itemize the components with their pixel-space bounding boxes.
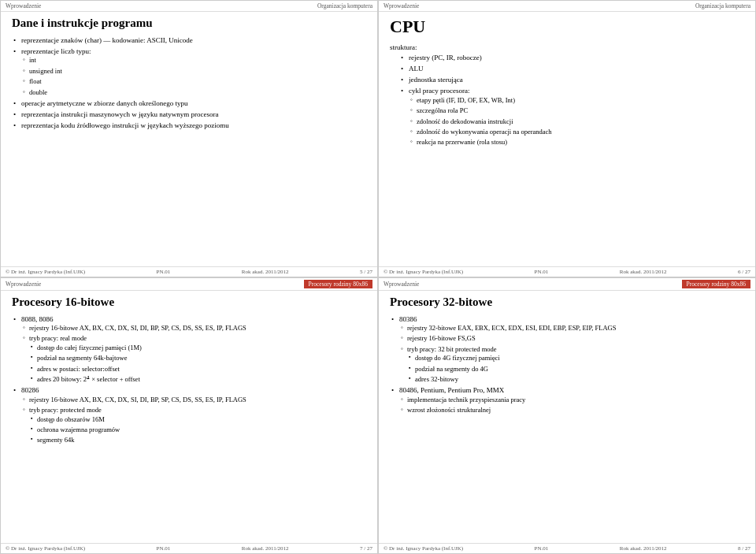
list-item: double <box>21 88 366 97</box>
list-item: 8088, 8086 rejestry 16-bitowe AX, BX, CX… <box>12 314 366 385</box>
footer-center: PN.01 <box>157 545 171 552</box>
list-item: operacje arytmetyczne w zbiorze danych o… <box>12 99 366 108</box>
list-item: implementacja technik przyspieszania pra… <box>399 396 744 404</box>
list-item: etapy pętli (IF, ID, OF, EX, WB, Int) <box>409 96 744 105</box>
slide-1-body: Dane i instrukcje programu reprezentacje… <box>1 12 377 266</box>
footer-centerright: Rok akad. 2011/2012 <box>620 545 667 552</box>
footer-left: © Dr inż. Ignacy Pardyka (Inf.UJK) <box>384 269 463 275</box>
list-item: podział na segmenty 64k-bajtowe <box>29 354 366 363</box>
struktura-label: struktura: <box>390 43 744 51</box>
slide-3-title: Procesory 16-bitowe <box>12 296 366 309</box>
slide-2-header-right: Organizacja komputera <box>695 2 750 9</box>
list-item: rejestry 16-bitowe FS,GS <box>399 334 744 343</box>
list-item: ALU <box>399 64 744 73</box>
footer-center: PN.01 <box>535 269 549 275</box>
slide-4-list: 80386 rejestry 32-bitowe EAX, EBX, ECX, … <box>390 314 744 415</box>
list-item: unsigned int <box>21 67 366 76</box>
list-item: 80386 rejestry 32-bitowe EAX, EBX, ECX, … <box>390 314 744 385</box>
list-item: rejestry 16-bitowe AX, BX, CX, DX, SI, D… <box>21 396 366 404</box>
list-item: ochrona wzajemna programów <box>29 426 366 434</box>
slide-4-header-left: Wprowadzenie <box>384 281 419 288</box>
list-item: cykl pracy procesora: etapy pętli (IF, I… <box>399 86 744 147</box>
slide-grid: Wprowadzenie Organizacja komputera Dane … <box>0 0 756 554</box>
footer-right: 7 / 27 <box>360 545 372 552</box>
footer-centerright: Rok akad. 2011/2012 <box>242 269 289 275</box>
slide-3-header-left: Wprowadzenie <box>6 281 41 288</box>
slide-4-body: Procesory 32-bitowe 80386 rejestry 32-bi… <box>379 291 755 544</box>
list-item: tryb pracy: protected mode dostęp do obs… <box>21 406 366 445</box>
slide-3-header: Wprowadzenie Procesory rodziny 80x86 <box>1 278 377 291</box>
list-item: 80486, Pentium, Pentium Pro, MMX impleme… <box>390 385 744 415</box>
list-item: 80286 rejestry 16-bitowe AX, BX, CX, DX,… <box>12 385 366 444</box>
footer-right: 6 / 27 <box>738 269 750 275</box>
slide-3-body: Procesory 16-bitowe 8088, 8086 rejestry … <box>1 291 377 544</box>
slide-2-title: CPU <box>390 17 744 37</box>
slide-2-header: Wprowadzenie Organizacja komputera <box>379 1 755 12</box>
slide-1-header: Wprowadzenie Organizacja komputera <box>1 1 377 12</box>
footer-centerright: Rok akad. 2011/2012 <box>620 269 667 275</box>
list-item: podział na segmenty do 4G <box>407 365 744 374</box>
slide-2-body: CPU struktura: rejestry (PC, IR, robocze… <box>379 12 755 266</box>
list-item: jednostka sterująca <box>399 75 744 84</box>
list-item: reprezentacje znaków (char) — kodowanie:… <box>12 35 366 45</box>
list-item: rejestry 16-bitowe AX, BX, CX, DX, SI, D… <box>21 324 366 333</box>
list-item: wzrost złożoności strukturalnej <box>399 406 744 415</box>
footer-left: © Dr inż. Ignacy Pardyka (Inf.UJK) <box>384 545 463 552</box>
slide-4-header: Wprowadzenie Procesory rodziny 80x86 <box>379 278 755 291</box>
footer-left: © Dr inż. Ignacy Pardyka (Inf.UJK) <box>6 545 85 552</box>
list-item: szczególna rola PC <box>409 106 744 115</box>
slide-2-footer: © Dr inż. Ignacy Pardyka (Inf.UJK) PN.01… <box>379 266 755 277</box>
footer-right: 5 / 27 <box>360 269 372 275</box>
footer-center: PN.01 <box>157 269 171 275</box>
list-item: reakcja na przerwanie (rola stosu) <box>409 138 744 147</box>
list-item: int <box>21 56 366 65</box>
slide-1: Wprowadzenie Organizacja komputera Dane … <box>0 0 378 277</box>
list-item: float <box>21 77 366 86</box>
list-item: dostęp do 4G fizycznej pamięci <box>407 354 744 363</box>
list-item: adres 32-bitowy <box>407 375 744 384</box>
list-item: zdolność do wykonywania operacji na oper… <box>409 128 744 136</box>
list-item: reprezentacja instrukcji maszynowych w j… <box>12 110 366 119</box>
footer-center: PN.01 <box>535 545 549 552</box>
list-item: tryb pracy: 32 bit protected mode dostęp… <box>399 345 744 385</box>
slide-3-footer: © Dr inż. Ignacy Pardyka (Inf.UJK) PN.01… <box>1 543 377 553</box>
slide-1-list: reprezentacje znaków (char) — kodowanie:… <box>12 35 366 131</box>
slide-4-header-right: Procesory rodziny 80x86 <box>682 280 750 288</box>
list-item: tryb pracy: real mode dostęp do całej fi… <box>21 334 366 384</box>
footer-right: 8 / 27 <box>738 545 750 552</box>
list-item: adres w postaci: selector:offset <box>29 365 366 374</box>
slide-3-header-right: Procesory rodziny 80x86 <box>304 280 372 288</box>
list-item: rejestry (PC, IR, robocze) <box>399 53 744 62</box>
slide-1-title: Dane i instrukcje programu <box>12 17 366 30</box>
list-item: adres 20 bitowy: 2⁴ × selector + offset <box>29 375 366 384</box>
list-item: reprezentacje liczb typu: int unsigned i… <box>12 46 366 97</box>
list-item: dostęp do całej fizycznej pamięci (1M) <box>29 344 366 352</box>
list-item: reprezentacja kodu źródłowego instrukcji… <box>12 121 366 130</box>
footer-centerright: Rok akad. 2011/2012 <box>242 545 289 552</box>
slide-3: Wprowadzenie Procesory rodziny 80x86 Pro… <box>0 277 378 555</box>
list-item: rejestry 32-bitowe EAX, EBX, ECX, EDX, E… <box>399 324 744 333</box>
slide-4: Wprowadzenie Procesory rodziny 80x86 Pro… <box>378 277 756 555</box>
slide-4-title: Procesory 32-bitowe <box>390 296 744 309</box>
list-item: segmenty 64k <box>29 436 366 444</box>
list-item: zdolność do dekodowania instrukcji <box>409 117 744 126</box>
slide-4-footer: © Dr inż. Ignacy Pardyka (Inf.UJK) PN.01… <box>379 543 755 553</box>
slide-1-header-right: Organizacja komputera <box>317 2 372 9</box>
slide-2-list: rejestry (PC, IR, robocze) ALU jednostka… <box>390 53 744 147</box>
slide-1-header-left: Wprowadzenie <box>6 2 41 9</box>
slide-2: Wprowadzenie Organizacja komputera CPU s… <box>378 0 756 277</box>
slide-3-list: 8088, 8086 rejestry 16-bitowe AX, BX, CX… <box>12 314 366 445</box>
list-item: dostęp do obszarów 16M <box>29 415 366 424</box>
footer-left: © Dr inż. Ignacy Pardyka (Inf.UJK) <box>6 269 85 275</box>
slide-1-footer: © Dr inż. Ignacy Pardyka (Inf.UJK) PN.01… <box>1 266 377 277</box>
slide-2-header-left: Wprowadzenie <box>384 2 419 9</box>
